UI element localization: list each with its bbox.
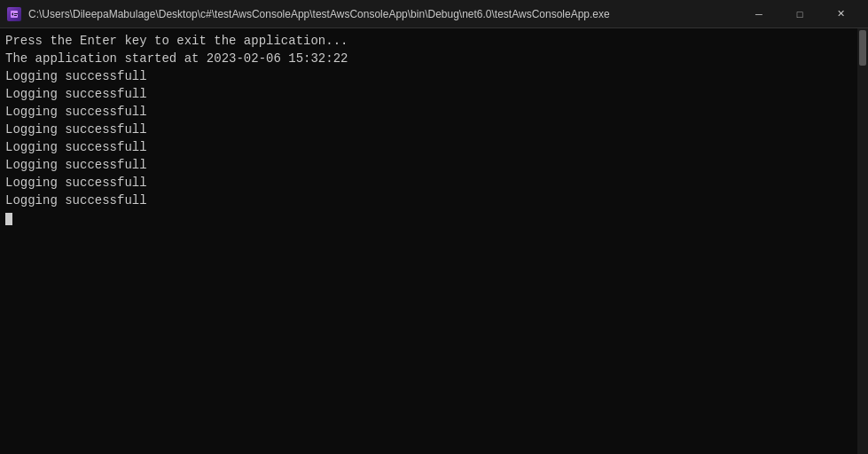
title-bar: C:\Users\DileepaMabulage\Desktop\c#\test… xyxy=(0,0,868,28)
maximize-button[interactable]: □ xyxy=(779,0,820,28)
minimize-button[interactable]: ─ xyxy=(739,0,779,28)
svg-rect-1 xyxy=(14,13,18,14)
console-output: Press the Enter key to exit the applicat… xyxy=(0,28,868,454)
scrollbar[interactable] xyxy=(857,28,868,454)
console-line: The application started at 2023-02-06 15… xyxy=(5,50,863,67)
console-line: Logging successfull xyxy=(5,103,863,121)
console-line: Press the Enter key to exit the applicat… xyxy=(5,32,863,50)
console-line: Logging successfull xyxy=(5,121,863,138)
console-window: C:\Users\DileepaMabulage\Desktop\c#\test… xyxy=(0,0,868,454)
window-controls: ─ □ ✕ xyxy=(739,0,861,28)
cursor xyxy=(5,213,12,225)
cursor-line xyxy=(5,209,863,227)
svg-rect-2 xyxy=(14,15,17,16)
console-line: Logging successfull xyxy=(5,67,863,85)
window-title: C:\Users\DileepaMabulage\Desktop\c#\test… xyxy=(28,8,731,20)
console-line: Logging successfull xyxy=(5,156,863,174)
console-line: Logging successfull xyxy=(5,138,863,156)
scrollbar-thumb[interactable] xyxy=(859,30,866,66)
console-line: Logging successfull xyxy=(5,174,863,192)
close-button[interactable]: ✕ xyxy=(820,0,861,28)
app-icon xyxy=(7,7,21,21)
console-line: Logging successfull xyxy=(5,85,863,103)
console-line: Logging successfull xyxy=(5,192,863,209)
